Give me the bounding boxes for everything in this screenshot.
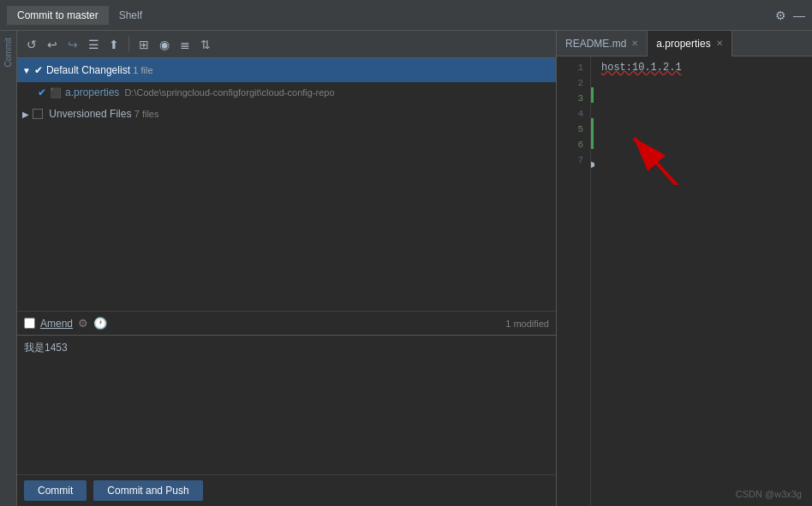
file-item-a-properties[interactable]: ✔ ⬛ a.properties D:\Code\springcloud-con…: [17, 82, 556, 103]
toolbar: ↺ ↩ ↪ ☰ ⬆ ⊞ ◉ ≣ ⇅: [17, 31, 556, 58]
toolbar-separator: [128, 37, 129, 52]
undo-button[interactable]: ↩: [43, 35, 62, 54]
change-bar-3: [591, 87, 594, 103]
file-list: ▼ ✔ Default Changelist 1 file ✔ ⬛ a.prop…: [17, 58, 556, 311]
editor-content: 1 2 3 4 5 6 7 ▶ host:10.1.2.1: [557, 57, 812, 506]
aprops-tab-label: a.properties: [656, 38, 710, 50]
changelist-file-count: 1 file: [133, 65, 152, 75]
code-line-3: [601, 91, 805, 106]
code-line-7: [601, 152, 805, 168]
code-line-4: [601, 106, 805, 122]
unversioned-file-count: 7 files: [134, 109, 159, 119]
settings-gear-icon[interactable]: ⚙: [78, 317, 88, 330]
commit-button[interactable]: Commit: [24, 480, 87, 501]
settings-icon[interactable]: ⚙: [775, 9, 786, 22]
editor-panel: README.md ✕ a.properties ✕ 1 2 3 4 5 6 7: [557, 31, 812, 506]
commit-up-button[interactable]: ⬆: [104, 35, 123, 54]
code-area[interactable]: host:10.1.2.1: [594, 57, 812, 506]
line-number-4: 4: [557, 106, 590, 122]
commit-push-button[interactable]: Commit and Push: [93, 480, 202, 501]
sort-button[interactable]: ⇅: [196, 35, 215, 54]
commit-panel: ↺ ↩ ↪ ☰ ⬆ ⊞ ◉ ≣ ⇅ ▼ ✔ Default Changelist…: [17, 31, 557, 506]
host-text: host:10.1.2.1: [601, 62, 682, 74]
changelist-arrow-icon: ▼: [22, 66, 31, 75]
title-actions: ⚙ —: [775, 9, 805, 22]
unversioned-arrow-icon: ▶: [22, 110, 29, 119]
list-button[interactable]: ≣: [176, 35, 194, 54]
commit-message-input[interactable]: [17, 336, 556, 474]
changelist-checkbox[interactable]: ✔: [34, 64, 43, 76]
commit-buttons: Commit Commit and Push: [17, 474, 556, 506]
title-bar: Commit to master Shelf ⚙ —: [0, 0, 812, 31]
readme-close-icon[interactable]: ✕: [631, 39, 638, 48]
main-layout: Commit ↺ ↩ ↪ ☰ ⬆ ⊞ ◉ ≣ ⇅ ▼ ✔ Default Cha…: [0, 31, 812, 506]
change-bar-5: [591, 118, 594, 134]
left-strip: Commit: [0, 31, 17, 506]
code-line-1: host:10.1.2.1: [601, 60, 805, 75]
code-line-2: [601, 75, 805, 91]
modified-count: 1 modified: [505, 318, 549, 329]
line-number-7: 7: [557, 152, 590, 168]
line-number-3: 3: [557, 91, 590, 106]
file-name: a.properties: [65, 86, 119, 98]
unversioned-label: Unversioned Files: [49, 108, 131, 120]
readme-tab-label: README.md: [565, 38, 626, 50]
amend-checkbox[interactable]: [24, 318, 35, 329]
tab-readme[interactable]: README.md ✕: [557, 31, 648, 57]
line-number-1: 1: [557, 60, 590, 75]
code-line-5: [601, 122, 805, 137]
tab-shelf[interactable]: Shelf: [109, 6, 152, 25]
line-number-5: 5: [557, 122, 590, 137]
tab-commit[interactable]: Commit to master: [7, 6, 109, 25]
changelist-label: Default Changelist: [46, 64, 130, 76]
change-bar-6: [591, 134, 594, 149]
commit-message-area: Commit Commit and Push: [17, 335, 556, 506]
file-icon: ⬛: [50, 87, 62, 98]
aprops-close-icon[interactable]: ✕: [716, 39, 723, 48]
view-button[interactable]: ◉: [155, 35, 174, 54]
line-number-6: 6: [557, 137, 590, 152]
editor-tabs: README.md ✕ a.properties ✕: [557, 31, 812, 57]
file-path: D:\Code\springcloud-configforgit\cloud-c…: [124, 87, 334, 98]
minimize-icon[interactable]: —: [793, 9, 805, 22]
unversioned-checkbox[interactable]: [33, 109, 43, 119]
watermark: CSDN @w3x3g: [736, 489, 802, 499]
line-number-2: 2: [557, 75, 590, 91]
amend-label[interactable]: Amend: [40, 318, 73, 330]
tab-a-properties[interactable]: a.properties ✕: [648, 31, 731, 57]
diff-button[interactable]: ☰: [84, 35, 103, 54]
code-line-6: [601, 137, 805, 152]
unversioned-header[interactable]: ▶ Unversioned Files 7 files: [17, 103, 556, 125]
group-button[interactable]: ⊞: [134, 35, 153, 54]
changelist-header[interactable]: ▼ ✔ Default Changelist 1 file: [17, 58, 556, 82]
left-strip-label: Commit: [3, 38, 13, 67]
amend-row: Amend ⚙ 🕐: [24, 317, 107, 330]
file-checkbox[interactable]: ✔: [38, 86, 46, 98]
redo-button[interactable]: ↪: [63, 35, 82, 54]
line-numbers: 1 2 3 4 5 6 7: [557, 57, 591, 506]
refresh-button[interactable]: ↺: [22, 35, 41, 54]
clock-icon[interactable]: 🕐: [93, 317, 107, 330]
file-list-status: Amend ⚙ 🕐 1 modified: [17, 311, 556, 335]
